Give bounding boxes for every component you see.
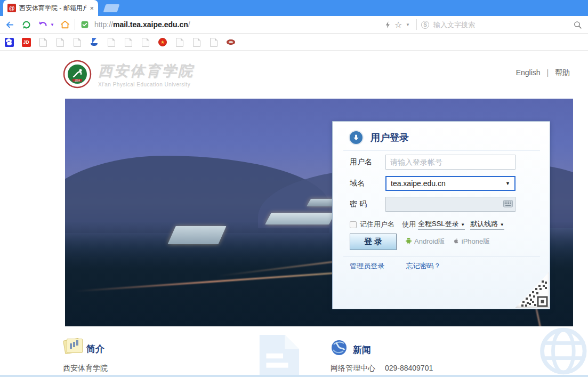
link-separator: |: [546, 68, 549, 77]
bookmark-blank-page-icon[interactable]: [38, 37, 48, 47]
bookmark-seal-icon[interactable]: [226, 37, 236, 47]
android-icon: [405, 237, 412, 246]
url-path: /: [188, 20, 190, 29]
intro-icon: [63, 337, 83, 355]
university-logo: 1954 西安体育学院 Xi'an Physical Education Uni…: [63, 60, 194, 89]
bookmark-china-emblem-icon[interactable]: ★: [158, 37, 167, 47]
use-label: 使用: [402, 220, 416, 229]
search-input[interactable]: [433, 21, 513, 29]
browser-tab[interactable]: @ 西安体育学院 - 邮箱用户 ×: [3, 0, 98, 16]
undo-history-icon[interactable]: [37, 19, 48, 30]
refresh-icon[interactable]: [21, 19, 31, 30]
document-watermark-icon: [249, 335, 305, 377]
browser-tab-bar: @ 西安体育学院 - 邮箱用户 ×: [0, 0, 588, 16]
domain-row: 域名 tea.xaipe.edu.cn ▼: [350, 176, 515, 191]
tab-close-icon[interactable]: ×: [88, 4, 95, 13]
chevron-down-icon: ▼: [500, 222, 504, 227]
password-label: 密 码: [350, 199, 385, 209]
lightning-extension-icon[interactable]: [382, 19, 393, 30]
tab-title: 西安体育学院 - 邮箱用户: [19, 4, 86, 13]
password-row: 密 码: [350, 197, 515, 212]
search-separator: [416, 19, 417, 30]
mobile-apps-row: Android版 iPhone版: [405, 237, 497, 246]
back-icon[interactable]: [4, 19, 15, 30]
bottom-strip: [0, 375, 588, 377]
remember-label: 记住用户名: [360, 220, 394, 229]
soft-keyboard-icon[interactable]: [503, 200, 513, 210]
username-row: 用户名: [350, 155, 515, 170]
iphone-app-link[interactable]: iPhone版: [462, 237, 490, 246]
login-panel-title: 用户登录: [370, 131, 409, 144]
campus-photo: 用户登录 用户名 域名 tea.xaipe.edu.cn ▼ 密 码: [65, 99, 573, 326]
logo-subtitle: Xi'an Physical Education University: [98, 82, 194, 87]
bookmark-baidu-icon[interactable]: [4, 37, 14, 47]
url-protocol: http://: [94, 20, 113, 29]
bookmarks-bar: JD ★: [0, 34, 588, 51]
line-select[interactable]: 默认线路 ▼: [470, 219, 504, 230]
search-icon[interactable]: [572, 19, 583, 30]
bookmark-blank-page-icon[interactable]: [209, 37, 219, 47]
admin-login-link[interactable]: 管理员登录: [350, 262, 384, 270]
qr-code-corner[interactable]: [515, 272, 549, 308]
login-arrow-icon: [349, 130, 364, 145]
bookmark-blank-page-icon[interactable]: [55, 37, 65, 47]
bottom-links-row: 管理员登录 忘记密码？: [350, 261, 441, 271]
apple-icon: [453, 237, 460, 246]
globe-watermark-icon: [508, 325, 588, 377]
intro-heading[interactable]: 简介: [86, 343, 104, 355]
search-engine-icon[interactable]: S: [421, 21, 429, 29]
bookmark-blank-page-icon[interactable]: [175, 37, 184, 47]
password-input[interactable]: [385, 197, 515, 212]
android-app-link[interactable]: Android版: [414, 237, 445, 246]
english-link[interactable]: English: [516, 68, 541, 77]
svg-text:1954: 1954: [75, 79, 80, 82]
browser-toolbar: ▼ http://mail.tea.xaipe.edu.cn/ ☆ ▼ S: [0, 16, 588, 34]
logo-title: 西安体育学院: [98, 61, 194, 81]
bookmark-blank-page-icon[interactable]: [73, 37, 82, 47]
undo-dropdown-icon[interactable]: ▼: [50, 22, 54, 27]
news-heading[interactable]: 新闻: [353, 344, 371, 356]
login-panel-header: 用户登录: [349, 130, 409, 145]
username-input[interactable]: [385, 155, 515, 170]
options-row: 记住用户名 使用 全程SSL登录 ▼ 默认线路 ▼: [350, 219, 510, 230]
bookmark-blank-page-icon[interactable]: [107, 37, 116, 47]
news-org: 网络管理中心: [331, 364, 375, 372]
new-tab-button[interactable]: [103, 4, 120, 12]
domain-value: tea.xaipe.edu.cn: [391, 179, 446, 188]
login-button[interactable]: 登 录: [350, 234, 397, 250]
login-panel: 用户登录 用户名 域名 tea.xaipe.edu.cn ▼ 密 码: [332, 121, 550, 309]
toolbar-separator: [75, 19, 75, 30]
news-phone: 029-88409701: [385, 364, 433, 372]
tab-favicon-icon: @: [7, 4, 16, 12]
address-bar[interactable]: http://mail.tea.xaipe.edu.cn/: [94, 20, 190, 29]
username-label: 用户名: [350, 157, 385, 167]
bookmark-star-icon[interactable]: ☆: [393, 19, 404, 30]
site-security-shield-icon[interactable]: [79, 19, 90, 30]
help-link[interactable]: 帮助: [555, 68, 570, 77]
forgot-password-link[interactable]: 忘记密码？: [406, 262, 441, 270]
intro-text: 西安体育学院: [63, 364, 108, 373]
panel-divider: [343, 150, 540, 151]
chevron-down-icon: ▼: [505, 181, 510, 186]
bookmark-blank-page-icon[interactable]: [141, 37, 150, 47]
bookmark-boat-icon[interactable]: [90, 37, 99, 47]
domain-label: 域名: [350, 179, 385, 188]
qr-code-icon: [520, 279, 548, 307]
chevron-down-icon: ▼: [461, 222, 465, 227]
domain-select[interactable]: tea.xaipe.edu.cn ▼: [385, 176, 515, 191]
bookmark-jd-icon[interactable]: JD: [21, 37, 31, 47]
news-globe-icon: [331, 339, 348, 356]
header-links: English | 帮助: [516, 68, 570, 78]
bookmark-blank-page-icon[interactable]: [124, 37, 133, 47]
news-text: 网络管理中心 029-88409701: [331, 364, 433, 373]
bookmark-dropdown-icon[interactable]: ▼: [406, 22, 410, 27]
remember-checkbox[interactable]: [350, 221, 357, 228]
panel-divider: [343, 256, 540, 256]
ssl-select[interactable]: 全程SSL登录 ▼: [418, 219, 465, 230]
home-icon[interactable]: [60, 19, 70, 30]
url-host: mail.tea.xaipe.edu.cn: [113, 20, 188, 29]
bookmark-blank-page-icon[interactable]: [192, 37, 202, 47]
university-emblem-icon: 1954: [63, 60, 92, 89]
